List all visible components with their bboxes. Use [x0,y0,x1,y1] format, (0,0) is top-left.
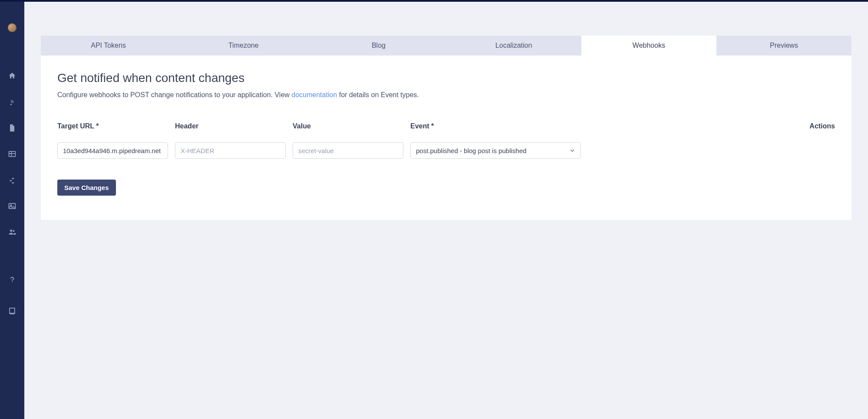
docs-icon[interactable] [7,306,17,316]
media-icon[interactable] [7,201,17,211]
help-icon[interactable] [7,275,17,285]
col-header: Header [175,122,286,159]
svg-point-5 [10,229,12,232]
tab-timezone[interactable]: Timezone [176,36,311,56]
label-header: Header [175,122,286,130]
tab-blog[interactable]: Blog [311,36,446,56]
target-url-input[interactable] [57,142,168,159]
label-actions: Actions [587,122,835,130]
grid-icon[interactable] [7,149,17,159]
webhook-form-row: Target URL * Header Value Event * [57,122,835,159]
page-title: Get notified when content changes [57,71,835,85]
col-event: Event * post.published - blog post is pu… [410,122,581,159]
tab-previews[interactable]: Previews [716,36,851,56]
document-icon[interactable] [7,123,17,133]
svg-point-6 [13,230,14,232]
header-input[interactable] [175,142,286,159]
blog-icon[interactable] [7,97,17,107]
panel: Get notified when content changes Config… [41,56,851,220]
content-wrap: API Tokens Timezone Blog Localization We… [24,2,868,220]
desc-before: Configure webhooks to POST change notifi… [57,91,291,98]
tab-api-tokens[interactable]: API Tokens [41,36,176,56]
tab-webhooks[interactable]: Webhooks [581,36,716,56]
main: API Tokens Timezone Blog Localization We… [24,2,868,419]
integrations-icon[interactable] [7,175,17,185]
col-target-url: Target URL * [57,122,168,159]
event-select[interactable]: post.published - blog post is published [410,142,581,159]
save-button[interactable]: Save Changes [57,180,116,196]
page-description: Configure webhooks to POST change notifi… [57,91,835,99]
label-event: Event * [410,122,581,130]
desc-after: for details on Event types. [337,91,419,98]
col-value: Value [293,122,403,159]
value-input[interactable] [293,142,403,159]
users-icon[interactable] [7,227,17,237]
avatar[interactable] [8,23,17,32]
layout: API Tokens Timezone Blog Localization We… [0,2,868,419]
home-icon[interactable] [7,71,17,81]
label-target-url: Target URL * [57,122,168,130]
sidebar [0,2,24,419]
label-value: Value [293,122,403,130]
tabs: API Tokens Timezone Blog Localization We… [41,36,851,56]
col-actions: Actions [587,122,835,142]
tab-localization[interactable]: Localization [446,36,581,56]
documentation-link[interactable]: documentation [291,91,337,98]
